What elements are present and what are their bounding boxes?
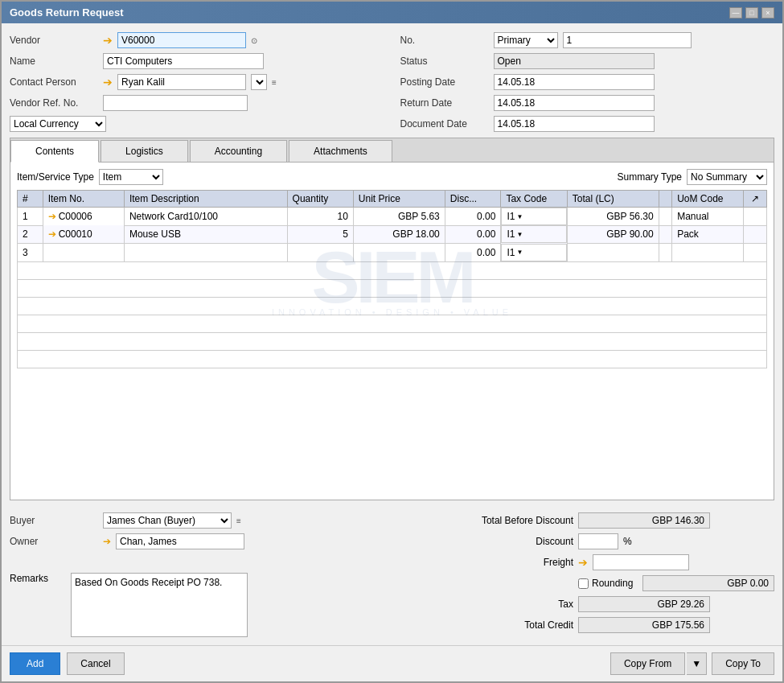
- currency-dropdown[interactable]: Local Currency: [10, 116, 106, 132]
- row2-uom[interactable]: Pack: [672, 225, 744, 244]
- return-date-label: Return Date: [400, 97, 489, 109]
- vendor-expand-icon[interactable]: ⊙: [251, 36, 257, 45]
- item-service-type-dropdown[interactable]: Item: [99, 169, 163, 185]
- row1-item-no[interactable]: ➔ C00006: [43, 208, 124, 225]
- row1-unit-price[interactable]: GBP 5.63: [353, 208, 445, 226]
- no-row: No. Primary: [400, 31, 775, 49]
- minimize-button[interactable]: —: [729, 7, 742, 19]
- row2-tax-code[interactable]: I1 ▼: [501, 225, 566, 243]
- row1-description[interactable]: Network Card10/100: [124, 208, 287, 226]
- rounding-checkbox[interactable]: [578, 578, 589, 589]
- owner-input[interactable]: [116, 533, 244, 549]
- contact-expand-icon[interactable]: ≡: [272, 78, 277, 87]
- row1-empty: [659, 208, 671, 226]
- discount-label: Discount: [453, 536, 573, 547]
- row2-item-no-value[interactable]: C00010: [59, 228, 92, 240]
- table-row: [18, 261, 767, 279]
- row3-empty: [659, 244, 671, 262]
- document-date-label: Document Date: [400, 118, 489, 130]
- maximize-button[interactable]: □: [745, 7, 758, 19]
- vendor-ref-input[interactable]: [103, 95, 248, 111]
- tab-attachments[interactable]: Attachments: [289, 140, 392, 162]
- rounding-value: [642, 575, 774, 591]
- bottom-right-buttons: Copy From ▼ Copy To: [610, 652, 774, 675]
- freight-row: Freight ➔: [453, 553, 774, 571]
- col-header-expand[interactable]: ↗: [743, 191, 766, 208]
- total-credit-row: Total Credit: [453, 616, 774, 634]
- items-table: # Item No. Item Description Quantity Uni…: [17, 190, 767, 368]
- status-input: [494, 53, 655, 69]
- row3-unit-price[interactable]: [353, 244, 445, 262]
- tabs-header: Contents Logistics Accounting Attachment…: [10, 138, 774, 163]
- remarks-textarea[interactable]: Based On Goods Receipt PO 738.: [71, 573, 248, 637]
- row3-item-no[interactable]: [43, 244, 124, 262]
- document-date-input[interactable]: [494, 116, 655, 132]
- buyer-expand-icon[interactable]: ≡: [236, 516, 241, 525]
- tax-row: Tax: [453, 595, 774, 613]
- contact-arrow-icon: ➔: [103, 76, 113, 88]
- copy-from-button[interactable]: Copy From: [610, 652, 685, 675]
- contact-row: Contact Person ➔ ≡: [10, 73, 384, 91]
- row2-description[interactable]: Mouse USB: [124, 225, 287, 244]
- table-controls-left: Item/Service Type Item: [17, 169, 163, 185]
- table-row: [18, 297, 767, 315]
- row1-quantity[interactable]: 10: [287, 208, 353, 226]
- buyer-dropdown[interactable]: James Chan (Buyer): [103, 512, 232, 529]
- remarks-section: Remarks Based On Goods Receipt PO 738.: [10, 570, 437, 637]
- name-label: Name: [10, 56, 98, 67]
- rounding-checkbox-group: Rounding: [578, 578, 633, 589]
- tab-accounting[interactable]: Accounting: [190, 140, 287, 162]
- row3-disc[interactable]: 0.00: [445, 244, 501, 262]
- row3-tax-code[interactable]: I1 ▼: [501, 244, 566, 261]
- name-input[interactable]: [103, 53, 264, 69]
- summary-type-dropdown[interactable]: No Summary: [687, 169, 767, 185]
- row1-disc[interactable]: 0.00: [445, 208, 501, 226]
- copy-to-button[interactable]: Copy To: [712, 652, 774, 675]
- col-header-total: Total (LC): [567, 191, 659, 208]
- discount-input[interactable]: [578, 533, 618, 549]
- posting-date-input[interactable]: [494, 74, 655, 90]
- row1-tax-code[interactable]: I1 ▼: [501, 208, 566, 225]
- no-type-dropdown[interactable]: Primary: [494, 32, 558, 48]
- contact-input[interactable]: [117, 74, 246, 90]
- tab-logistics[interactable]: Logistics: [101, 140, 188, 162]
- vendor-ref-label: Vendor Ref. No.: [10, 97, 98, 109]
- copy-from-dropdown-button[interactable]: ▼: [687, 652, 707, 675]
- form-content: Vendor ➔ ⊙ Name Contact Person ➔ ≡: [2, 23, 782, 645]
- row2-disc[interactable]: 0.00: [445, 225, 501, 244]
- discount-percent: %: [623, 536, 632, 547]
- row3-uom[interactable]: [672, 244, 744, 262]
- table-row: 2 ➔ C00010 Mouse USB 5 GBP 18.00 0.00 I1…: [18, 225, 767, 244]
- cancel-button[interactable]: Cancel: [67, 652, 124, 675]
- table-row: 3 0.00 I1 ▼: [18, 244, 767, 262]
- row2-item-no[interactable]: ➔ C00010: [43, 225, 124, 243]
- row3-description[interactable]: [124, 244, 287, 262]
- row2-unit-price[interactable]: GBP 18.00: [353, 225, 445, 244]
- close-button[interactable]: ×: [761, 7, 774, 19]
- row1-num: 1: [18, 208, 43, 226]
- row2-quantity[interactable]: 5: [287, 225, 353, 244]
- row1-item-no-value[interactable]: C00006: [59, 211, 92, 222]
- tab-contents-panel: Item/Service Type Item Summary Type No S…: [10, 163, 774, 500]
- main-window: Goods Return Request — □ × Vendor ➔ ⊙ Na…: [0, 0, 784, 683]
- total-before-discount-row: Total Before Discount: [453, 512, 774, 529]
- row1-uom[interactable]: Manual: [672, 208, 744, 226]
- table-row: 1 ➔ C00006 Network Card10/100 10 GBP 5.6…: [18, 208, 767, 226]
- table-controls-right: Summary Type No Summary: [618, 169, 767, 185]
- vendor-input[interactable]: [117, 32, 246, 48]
- currency-row: Local Currency: [10, 115, 384, 133]
- item-service-type-label: Item/Service Type: [17, 171, 94, 183]
- total-before-discount-value: [578, 512, 710, 529]
- table-row: [18, 279, 767, 297]
- tab-contents[interactable]: Contents: [10, 140, 99, 163]
- no-input[interactable]: [563, 32, 692, 48]
- row3-quantity[interactable]: [287, 244, 353, 262]
- add-button[interactable]: Add: [10, 652, 60, 675]
- freight-input[interactable]: [593, 554, 689, 570]
- header-left: Vendor ➔ ⊙ Name Contact Person ➔ ≡: [10, 31, 384, 133]
- table-controls: Item/Service Type Item Summary Type No S…: [17, 169, 767, 185]
- contact-dropdown[interactable]: [251, 74, 267, 90]
- total-credit-value: [578, 617, 710, 633]
- row2-empty: [659, 225, 671, 244]
- return-date-input[interactable]: [494, 95, 655, 111]
